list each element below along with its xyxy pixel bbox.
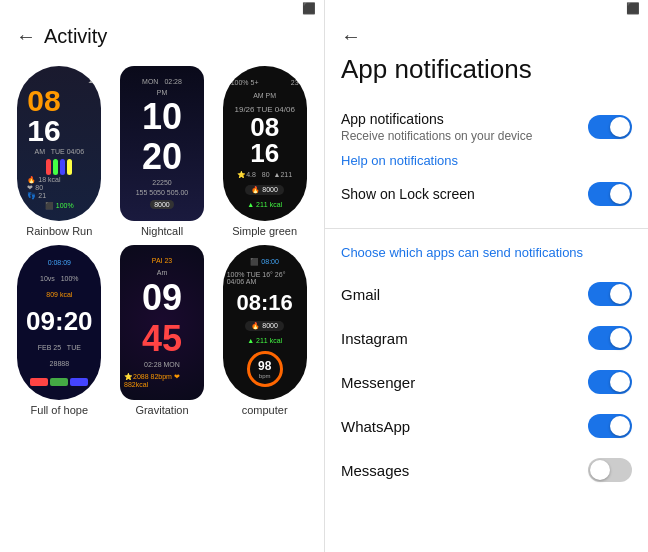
messenger-toggle[interactable]	[588, 370, 632, 394]
choose-apps-label: Choose which apps can send notifications	[325, 237, 648, 272]
watch-face-computer[interactable]: ⬛ 08:00 100% TUE 16° 26° 04/06 AM 08:16 …	[223, 245, 307, 400]
app-row-gmail: Gmail	[325, 272, 648, 316]
app-notifications-row: App notifications Receive notifications …	[341, 105, 632, 149]
whatsapp-toggle[interactable]	[588, 414, 632, 438]
right-panel: ⬛ ← App notifications App notifications …	[324, 0, 648, 552]
app-name-whatsapp: WhatsApp	[341, 418, 410, 435]
watch-label-computer: computer	[242, 404, 288, 416]
toggle-thumb-instagram	[610, 328, 630, 348]
watch-item-gravitation[interactable]: PAI 23 Am 09 45 02:28 MON ⭐2088 82bpm ❤8…	[115, 245, 210, 416]
toggle-thumb-whatsapp	[610, 416, 630, 436]
left-panel: ⬛ ← Activity ☁ 08 16 AM TUE 04/06	[0, 0, 324, 552]
app-notifications-labels: App notifications Receive notifications …	[341, 111, 532, 143]
watch-label-full-of-hope: Full of hope	[31, 404, 88, 416]
watch-label-rainbow-run: Rainbow Run	[26, 225, 92, 237]
messages-toggle[interactable]	[588, 458, 632, 482]
watch-label-nightcall: Nightcall	[141, 225, 183, 237]
instagram-toggle[interactable]	[588, 326, 632, 350]
left-header: ← Activity	[0, 15, 324, 58]
back-button-left[interactable]: ←	[16, 25, 36, 48]
divider	[325, 228, 648, 229]
app-name-gmail: Gmail	[341, 286, 380, 303]
watch-face-full-of-hope[interactable]: 0:08:09 10vs 100% 809 kcal 09:20 FEB 25 …	[17, 245, 101, 400]
app-notifications-toggle[interactable]	[588, 115, 632, 139]
left-title: Activity	[44, 25, 107, 48]
right-header: ←	[325, 15, 648, 54]
app-name-messenger: Messenger	[341, 374, 415, 391]
lock-screen-toggle[interactable]	[588, 182, 632, 206]
watch-face-rainbow-run[interactable]: ☁ 08 16 AM TUE 04/06 🔥 18 kcal ❤	[17, 66, 101, 221]
watch-face-gravitation[interactable]: PAI 23 Am 09 45 02:28 MON ⭐2088 82bpm ❤8…	[120, 245, 204, 400]
watch-item-rainbow-run[interactable]: ☁ 08 16 AM TUE 04/06 🔥 18 kcal ❤	[12, 66, 107, 237]
watch-item-simple-green[interactable]: 100% 5+23 AM PM 19/26 TUE 04/06 08 16 ⭐4…	[217, 66, 312, 237]
watch-item-full-of-hope[interactable]: 0:08:09 10vs 100% 809 kcal 09:20 FEB 25 …	[12, 245, 107, 416]
status-icon-left: ⬛	[302, 2, 316, 15]
status-icon-right: ⬛	[626, 2, 640, 15]
help-link[interactable]: Help on notifications	[341, 149, 632, 176]
watch-label-gravitation: Gravitation	[135, 404, 188, 416]
toggle-thumb-lock	[610, 184, 630, 204]
app-notifications-section: App notifications Receive notifications …	[325, 97, 648, 220]
toggle-thumb-messages	[590, 460, 610, 480]
watch-item-nightcall[interactable]: MON02:28 PM 10 20 22250 155 5050 505.00 …	[115, 66, 210, 237]
right-title: App notifications	[325, 54, 648, 97]
watch-grid: ☁ 08 16 AM TUE 04/06 🔥 18 kcal ❤	[0, 58, 324, 424]
app-name-instagram: Instagram	[341, 330, 408, 347]
app-row-whatsapp: WhatsApp	[325, 404, 648, 448]
gmail-toggle[interactable]	[588, 282, 632, 306]
toggle-thumb-gmail	[610, 284, 630, 304]
app-notifications-sub: Receive notifications on your device	[341, 129, 532, 143]
app-notifications-label: App notifications	[341, 111, 532, 127]
watch-label-simple-green: Simple green	[232, 225, 297, 237]
back-button-right[interactable]: ←	[341, 25, 361, 48]
watch-face-simple-green[interactable]: 100% 5+23 AM PM 19/26 TUE 04/06 08 16 ⭐4…	[223, 66, 307, 221]
lock-screen-label: Show on Lock screen	[341, 186, 475, 202]
app-row-messages: Messages	[325, 448, 648, 492]
toggle-thumb	[610, 117, 630, 137]
app-row-messenger: Messenger	[325, 360, 648, 404]
app-name-messages: Messages	[341, 462, 409, 479]
watch-face-nightcall[interactable]: MON02:28 PM 10 20 22250 155 5050 505.00 …	[120, 66, 204, 221]
toggle-thumb-messenger	[610, 372, 630, 392]
app-row-instagram: Instagram	[325, 316, 648, 360]
lock-screen-row: Show on Lock screen	[341, 176, 632, 212]
watch-item-computer[interactable]: ⬛ 08:00 100% TUE 16° 26° 04/06 AM 08:16 …	[217, 245, 312, 416]
